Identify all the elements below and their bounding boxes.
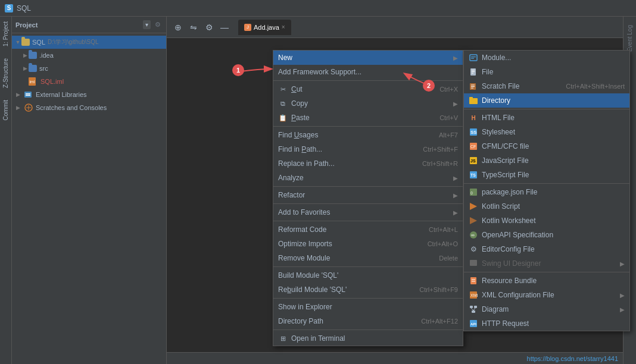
- commit-side-label[interactable]: Commit: [1, 98, 10, 123]
- svg-rect-34: [470, 277, 476, 284]
- ctx-open-terminal-label: Open in Terminal: [291, 334, 458, 343]
- openapi-icon: ∞: [469, 230, 478, 240]
- sub-resource-label: Resource Bundle: [482, 277, 625, 285]
- sub-kotlin-worksheet[interactable]: Kotlin Worksheet: [464, 214, 629, 228]
- ctx-favorites[interactable]: Add to Favorites ▶: [273, 205, 463, 219]
- ctx-optimize[interactable]: Optimize Imports Ctrl+Alt+O: [273, 237, 463, 251]
- project-side-label[interactable]: 1: Project: [1, 19, 10, 49]
- scratches-arrow: ▶: [14, 104, 21, 111]
- context-menu: New ▶ Add Framework Support... ✂ Cut Ctr…: [273, 50, 463, 346]
- sub-pkg-label: package.json File: [482, 188, 625, 196]
- http-icon: API: [469, 319, 478, 328]
- tree-iml[interactable]: iml SQL.iml: [12, 75, 166, 88]
- minimize-icon[interactable]: —: [218, 21, 231, 34]
- svg-line-43: [473, 308, 475, 310]
- sub-directory[interactable]: Directory: [464, 93, 629, 108]
- sub-module-label: Module...: [482, 54, 625, 62]
- globe-icon[interactable]: ⊕: [172, 21, 185, 34]
- gear-icon[interactable]: ⚙: [202, 21, 216, 34]
- svg-text:SS: SS: [470, 130, 477, 135]
- sub-swing-arrow: ▶: [620, 261, 625, 267]
- css-icon: SS: [469, 127, 478, 137]
- ctx-find-path[interactable]: Find in Path... Ctrl+Shift+F: [273, 142, 463, 156]
- ext-label: External Libraries: [36, 91, 87, 98]
- sub-js[interactable]: JS JavaScript File: [464, 153, 629, 168]
- sub-kotlin-script[interactable]: Kotlin Script: [464, 199, 629, 214]
- side-labels: 1: Project Z-Structure Commit: [0, 17, 12, 364]
- sub-ts[interactable]: TS TypeScript File: [464, 168, 629, 182]
- z-structure-side-label[interactable]: Z-Structure: [1, 56, 10, 90]
- ctx-rebuild[interactable]: Rebuild Module 'SQL' Ctrl+Shift+F9: [273, 283, 463, 297]
- ctx-sep-2: [273, 126, 463, 127]
- status-url[interactable]: https://blog.csdn.net/starry1441: [527, 355, 618, 362]
- tab-label: Add.java: [254, 24, 279, 31]
- ctx-dir-path[interactable]: Directory Path Ctrl+Alt+F12: [273, 314, 463, 328]
- ctx-build[interactable]: Build Module 'SQL': [273, 268, 463, 283]
- ctx-open-terminal[interactable]: ⊞ Open in Terminal: [273, 331, 463, 346]
- sub-xml[interactable]: XML XML Configuration File ▶: [464, 288, 629, 302]
- tree-src[interactable]: ▶ src: [12, 62, 166, 75]
- svg-rect-8: [471, 58, 474, 59]
- ctx-add-framework-label: Add Framework Support...: [278, 68, 458, 76]
- ctx-paste[interactable]: 📋 Paste Ctrl+V: [273, 111, 463, 125]
- split-icon[interactable]: ⇋: [187, 21, 200, 34]
- src-arrow: ▶: [21, 65, 29, 72]
- ctx-replace-path[interactable]: Replace in Path... Ctrl+Shift+R: [273, 156, 463, 171]
- sub-editorconfig[interactable]: ⚙ EditorConfig File: [464, 242, 629, 256]
- sub-kotlin-script-label: Kotlin Script: [482, 202, 625, 211]
- sub-swing: Swing UI Designer ▶: [464, 256, 629, 271]
- sub-http[interactable]: API HTTP Request: [464, 316, 629, 331]
- sub-diagram-label: Diagram: [482, 305, 618, 313]
- sub-module[interactable]: Module...: [464, 51, 629, 65]
- title-bar: S SQL: [0, 0, 636, 17]
- ctx-copy[interactable]: ⧉ Copy ▶: [273, 96, 463, 111]
- root-label: SQL: [32, 39, 45, 46]
- sub-file[interactable]: File: [464, 65, 629, 79]
- sub-resource[interactable]: Resource Bundle: [464, 274, 629, 288]
- sub-css[interactable]: SS Stylesheet: [464, 125, 629, 139]
- ctx-cut-shortcut: Ctrl+X: [439, 86, 458, 93]
- project-panel: Project ▾ ⚙ ▼ SQL D:\学习\github\SQL ▶ .id…: [12, 17, 167, 364]
- editorconfig-icon: ⚙: [469, 244, 478, 254]
- ctx-optimize-shortcut: Ctrl+Alt+O: [428, 240, 458, 247]
- ext-arrow: ▶: [14, 91, 21, 98]
- sub-pkg[interactable]: {} package.json File: [464, 185, 629, 199]
- add-java-tab[interactable]: J Add.java ×: [238, 20, 291, 35]
- ctx-show-explorer[interactable]: Show in Explorer: [273, 300, 463, 314]
- ctx-refactor[interactable]: Refactor ▶: [273, 188, 463, 202]
- ctx-copy-arrow: ▶: [453, 101, 458, 107]
- ctx-add-framework[interactable]: Add Framework Support...: [273, 65, 463, 79]
- project-tree: ▼ SQL D:\学习\github\SQL ▶ .idea ▶ src: [12, 33, 166, 364]
- kotlin-script-icon: [469, 202, 478, 211]
- sub-scratch[interactable]: Scratch File Ctrl+Alt+Shift+Insert: [464, 79, 629, 93]
- ctx-cut-label: Cut: [291, 85, 435, 93]
- ctx-new[interactable]: New ▶: [273, 51, 463, 65]
- tree-idea[interactable]: ▶ .idea: [12, 49, 166, 62]
- sub-diagram[interactable]: Diagram ▶: [464, 302, 629, 316]
- ctx-find-usages[interactable]: Find Usages Alt+F7: [273, 128, 463, 142]
- tree-root[interactable]: ▼ SQL D:\学习\github\SQL: [12, 36, 166, 49]
- scratch-icon: [469, 81, 478, 91]
- panel-dropdown[interactable]: ▾: [143, 20, 151, 29]
- editor-area: New ▶ Add Framework Support... ✂ Cut Ctr…: [167, 38, 623, 364]
- pkg-icon: {}: [469, 187, 478, 197]
- svg-marker-29: [470, 203, 477, 210]
- svg-marker-30: [470, 217, 477, 224]
- tree-external[interactable]: ▶ External Libraries: [12, 88, 166, 101]
- sub-cfml[interactable]: CF CFML/CFC file: [464, 139, 629, 153]
- ctx-remove-module[interactable]: Remove Module Delete: [273, 251, 463, 265]
- ctx-analyze[interactable]: Analyze ▶: [273, 171, 463, 185]
- ctx-refactor-label: Refactor: [278, 191, 451, 199]
- ctx-replace-path-shortcut: Ctrl+Shift+R: [422, 160, 458, 167]
- ctx-find-usages-shortcut: Alt+F7: [439, 131, 458, 139]
- sub-openapi[interactable]: ∞ OpenAPI Specification: [464, 228, 629, 242]
- tree-scratches[interactable]: ▶ Scratches and Consoles: [12, 101, 166, 114]
- svg-rect-18: [469, 97, 473, 99]
- sub-cfml-label: CFML/CFC file: [482, 142, 625, 150]
- panel-settings-btn[interactable]: ⚙: [153, 20, 163, 30]
- sub-diagram-arrow: ▶: [620, 306, 625, 313]
- tab-close-btn[interactable]: ×: [282, 24, 285, 30]
- sub-html[interactable]: H HTML File: [464, 111, 629, 125]
- sub-css-label: Stylesheet: [482, 128, 625, 136]
- ctx-reformat[interactable]: Reformat Code Ctrl+Alt+L: [273, 222, 463, 237]
